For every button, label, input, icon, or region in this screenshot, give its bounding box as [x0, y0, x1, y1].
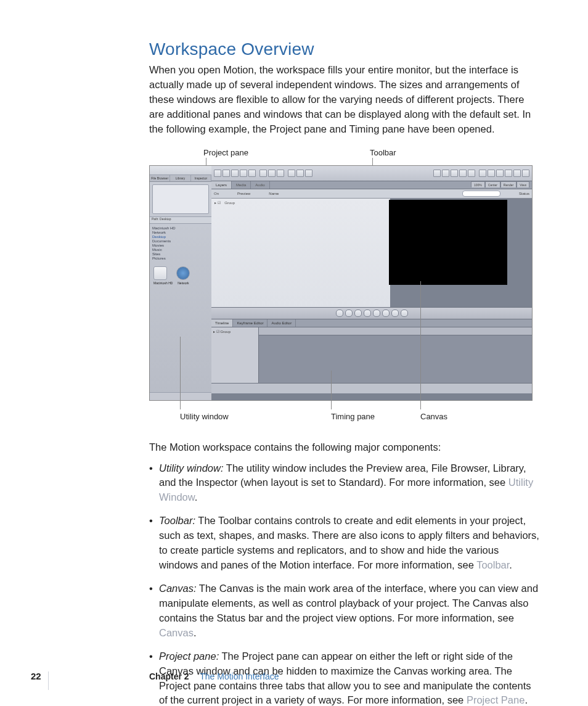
file-tree: Macintosh HD Network Desktop Documents M… [150, 224, 211, 263]
callout-canvas: Canvas [420, 412, 447, 421]
components-list: Utility window: The utility window inclu… [149, 461, 540, 706]
transport-controls [211, 307, 532, 319]
toolbar [211, 166, 532, 181]
callout-timing-pane: Timing pane [331, 412, 375, 421]
xref-link[interactable]: Toolbar [476, 559, 509, 570]
list-item: Toolbar: The Toolbar contains controls t… [149, 514, 540, 573]
chapter-number: Chapter 2 [149, 671, 189, 681]
util-tab: Inspector [191, 175, 211, 181]
search-input [462, 191, 500, 197]
network-icon [176, 266, 190, 280]
page-number: 22 [31, 671, 41, 681]
callout-toolbar: Toolbar [370, 148, 396, 157]
xref-link[interactable]: Canvas [159, 627, 194, 638]
drive-icon [153, 266, 167, 280]
preview-area [152, 184, 209, 214]
list-item: Utility window: The utility window inclu… [149, 461, 540, 506]
list-item: Canvas: The Canvas is the main work area… [149, 581, 540, 641]
callout-project-pane: Project pane [203, 148, 248, 157]
utility-window: File Browser Library Inspector Path: Des… [150, 166, 212, 400]
canvas-viewer [389, 200, 507, 285]
figure-wrapper: Project pane Toolbar File Browser Librar… [149, 148, 540, 429]
timing-pane-tabs: Timeline Keyframe Editor Audio Editor [211, 319, 532, 327]
section-heading: Workspace Overview [149, 39, 540, 59]
canvas-window: 100% Center Render View Layers Media Aud… [211, 166, 532, 400]
callout-utility-window: Utility window [180, 412, 229, 421]
timing-pane: ▸ ☑ Group [211, 327, 532, 383]
components-intro: The Motion workspace contains the follow… [149, 440, 540, 455]
chapter-title: The Motion Interface [200, 671, 279, 681]
intro-paragraph: When you open Motion, the workspace fill… [149, 63, 540, 137]
workspace-screenshot: File Browser Library Inspector Path: Des… [149, 165, 533, 401]
util-tab: File Browser [150, 175, 170, 181]
util-tab: Library [170, 175, 190, 181]
xref-link[interactable]: Project Pane [467, 694, 525, 705]
